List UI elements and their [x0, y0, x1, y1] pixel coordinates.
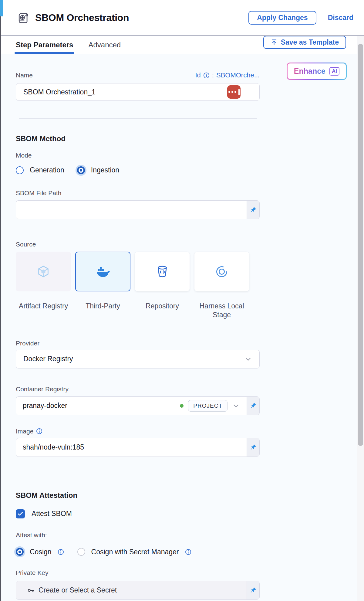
tab-step-parameters[interactable]: Step Parameters — [15, 36, 74, 54]
runtime-input-pin-button[interactable] — [247, 397, 259, 415]
provider-label: Provider — [16, 340, 364, 347]
divider — [19, 118, 257, 119]
runtime-input-pin-button[interactable] — [247, 581, 259, 599]
panel-left-edge — [0, 16, 1, 601]
cosign-info-icon[interactable] — [58, 549, 64, 555]
docker-icon — [95, 266, 110, 278]
step-header: SBOM Orchestration Apply Changes Discard — [0, 0, 364, 36]
chevron-down-icon — [244, 355, 252, 363]
scope-badge[interactable]: PROJECT — [188, 400, 228, 412]
pin-icon — [250, 402, 257, 409]
pin-icon — [250, 444, 257, 451]
repository-bucket-icon — [156, 265, 169, 278]
page-title: SBOM Orchestration — [35, 12, 129, 23]
apply-changes-button[interactable]: Apply Changes — [248, 11, 316, 25]
source-card-label: Third-Party — [75, 302, 130, 320]
sbom-file-path-input[interactable] — [23, 206, 240, 214]
container-registry-field: pranay-docker PROJECT — [16, 396, 260, 415]
source-card-harness-local-stage[interactable] — [194, 252, 249, 291]
radio-option-cosign: Cosign — [16, 548, 64, 556]
image-input[interactable] — [23, 443, 240, 451]
mode-label: Mode — [16, 152, 364, 159]
upload-template-icon — [271, 39, 278, 46]
name-input[interactable] — [23, 88, 252, 96]
attest-with-label: Attest with: — [16, 531, 364, 539]
cosign-radio[interactable] — [16, 548, 24, 556]
image-field — [16, 438, 260, 457]
source-card-label: Harness Local Stage — [194, 302, 249, 320]
id-info-icon[interactable] — [203, 72, 210, 79]
provider-value: Docker Registry — [23, 355, 73, 363]
tab-bar: Step Parameters Advanced Save as Templat… — [0, 36, 364, 54]
attest-sbom-checkbox[interactable] — [16, 509, 25, 518]
image-info-icon[interactable] — [36, 428, 42, 434]
name-input-wrapper — [16, 83, 260, 101]
runtime-input-pin-button[interactable] — [247, 438, 259, 457]
save-as-template-button[interactable]: Save as Template — [263, 36, 346, 49]
discard-link[interactable]: Discard — [328, 14, 353, 22]
ingestion-radio[interactable] — [77, 166, 85, 174]
attest-sbom-option: Attest SBOM — [16, 509, 364, 518]
key-icon — [27, 586, 35, 594]
container-registry-select[interactable]: pranay-docker PROJECT — [16, 397, 247, 415]
autofill-extension-icon[interactable] — [227, 85, 241, 99]
generation-radio[interactable] — [16, 166, 24, 174]
scrollbar-thumb[interactable] — [358, 44, 363, 446]
chevron-down-icon — [232, 402, 240, 410]
tab-advanced[interactable]: Advanced — [88, 36, 121, 54]
divider — [19, 229, 257, 229]
panel-top-accent — [0, 0, 3, 16]
orbit-icon — [215, 265, 228, 278]
enhance-ai-button[interactable]: Enhance AI — [287, 63, 347, 80]
sbom-attestation-heading: SBOM Attestation — [16, 491, 364, 500]
pin-icon — [250, 587, 257, 594]
radio-option-cosign-secret-manager: Cosign with Secret Manager — [77, 548, 191, 556]
sbom-file-path-label: SBOM File Path — [16, 189, 364, 197]
cube-icon — [36, 265, 50, 279]
divider — [19, 474, 257, 474]
connector-status-dot — [180, 404, 184, 408]
cosign-secret-manager-info-icon[interactable] — [185, 549, 191, 555]
container-registry-label: Container Registry — [16, 385, 364, 393]
ai-badge: AI — [329, 67, 339, 76]
container-registry-value: pranay-docker — [23, 402, 67, 410]
source-card-repository[interactable] — [135, 252, 190, 291]
step-id-value: SBOMOrche... — [216, 71, 260, 79]
source-label: Source — [16, 241, 364, 248]
image-label: Image — [16, 428, 33, 435]
source-card-label: Repository — [135, 302, 190, 320]
sbom-file-path-field — [16, 200, 260, 219]
pin-icon — [250, 206, 257, 213]
secret-selector-placeholder: Create or Select a Secret — [39, 586, 117, 594]
provider-select[interactable]: Docker Registry — [16, 350, 260, 368]
runtime-input-pin-button[interactable] — [247, 201, 259, 219]
step-id[interactable]: Id : SBOMOrche... — [195, 71, 260, 79]
radio-option-generation: Generation — [16, 166, 64, 174]
source-card-artifact-registry[interactable] — [16, 252, 71, 291]
scrollbar-track[interactable] — [357, 36, 364, 601]
step-parameters-panel: Enhance AI Name Id : SBOMOrche... SBOM M… — [0, 54, 364, 601]
source-card-third-party[interactable] — [75, 252, 130, 291]
sbom-method-heading: SBOM Method — [16, 134, 364, 143]
cosign-secret-manager-radio[interactable] — [77, 548, 85, 556]
radio-option-ingestion: Ingestion — [77, 166, 119, 174]
source-card-label: Artifact Registry — [16, 302, 71, 320]
private-key-field: Create or Select a Secret — [16, 581, 260, 600]
private-key-label: Private Key — [16, 569, 364, 576]
secret-selector-button[interactable]: Create or Select a Secret — [16, 581, 247, 599]
name-label: Name — [16, 72, 33, 79]
sbom-scroll-icon — [16, 11, 30, 25]
